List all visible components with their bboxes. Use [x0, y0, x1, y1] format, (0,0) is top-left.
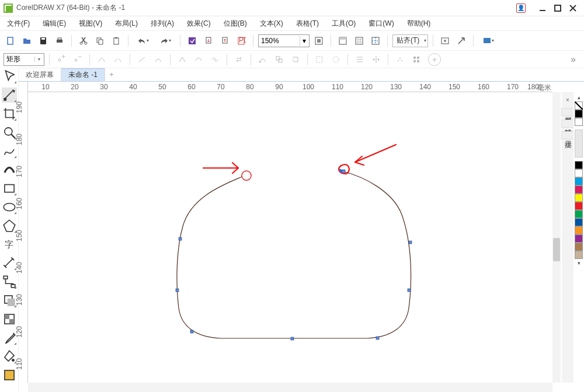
- swatch[interactable]: [575, 110, 583, 118]
- reduce-nodes-button[interactable]: +: [428, 53, 441, 66]
- swatch[interactable]: [575, 169, 583, 177]
- tab-document[interactable]: 未命名 -1: [61, 68, 105, 81]
- minimize-button[interactable]: [535, 1, 550, 16]
- horizontal-ruler[interactable]: 10 20 30 40 50 60 70 80 90 100 110 120 1…: [28, 82, 552, 92]
- delete-node-button[interactable]: −: [71, 52, 85, 66]
- swatch[interactable]: [575, 226, 583, 235]
- parallel-dim-tool[interactable]: [2, 256, 17, 271]
- curve-node[interactable]: [179, 237, 182, 240]
- to-curve-button[interactable]: [151, 52, 165, 66]
- curve-node[interactable]: [176, 289, 179, 292]
- snap-to-dropdown[interactable]: 贴齐(T) ▾: [392, 34, 428, 47]
- menu-window[interactable]: 窗口(W): [365, 18, 397, 30]
- symmetric-node-button[interactable]: [208, 52, 222, 66]
- swatch[interactable]: [575, 202, 583, 210]
- eyedropper-tool[interactable]: [2, 330, 17, 345]
- swatch[interactable]: [575, 210, 583, 218]
- fullscreen-preview-button[interactable]: [312, 34, 326, 48]
- swatch-none[interactable]: [575, 102, 583, 110]
- interactive-fill-tool[interactable]: [2, 349, 17, 364]
- artistic-media-tool[interactable]: [2, 162, 17, 177]
- connector-tool[interactable]: [2, 274, 17, 289]
- print-button[interactable]: [53, 34, 67, 48]
- pick-tool[interactable]: [2, 69, 17, 84]
- palette-scroll-down[interactable]: ▾: [578, 259, 580, 267]
- redo-button[interactable]: ▾: [155, 34, 175, 48]
- docker-hints[interactable]: 提示: [561, 131, 575, 139]
- undo-button[interactable]: ▾: [133, 34, 153, 48]
- zoom-level-combo[interactable]: 150% ▾: [258, 34, 310, 47]
- extend-curve-button[interactable]: [256, 52, 270, 66]
- shape-tool[interactable]: [2, 88, 17, 103]
- launch-button[interactable]: [454, 34, 468, 48]
- close-dockers-button[interactable]: ×: [565, 96, 571, 104]
- cusp-node-button[interactable]: [175, 52, 189, 66]
- open-button[interactable]: [20, 34, 34, 48]
- swatch[interactable]: [575, 177, 583, 186]
- menu-view[interactable]: 视图(V): [75, 18, 106, 30]
- swatch[interactable]: [575, 251, 583, 259]
- swatch[interactable]: [575, 235, 583, 243]
- crop-tool[interactable]: [2, 106, 17, 121]
- new-button[interactable]: [4, 34, 18, 48]
- menu-help[interactable]: 帮助(H): [404, 18, 434, 30]
- app-launcher-button[interactable]: ▾: [478, 34, 498, 48]
- drop-shadow-tool[interactable]: [2, 293, 17, 308]
- horizontal-scrollbar[interactable]: [28, 383, 552, 392]
- stretch-nodes-button[interactable]: [312, 52, 326, 66]
- join-nodes-button[interactable]: [95, 52, 109, 66]
- export-button[interactable]: [218, 34, 232, 48]
- extract-subpath-button[interactable]: [272, 52, 286, 66]
- docker-guidelines[interactable]: 辅助线: [561, 120, 575, 128]
- menu-table[interactable]: 表格(T): [293, 18, 322, 30]
- swatch[interactable]: [575, 218, 583, 226]
- search-content-button[interactable]: [185, 34, 199, 48]
- menu-tools[interactable]: 工具(O): [328, 18, 359, 30]
- tab-welcome[interactable]: 欢迎屏幕: [19, 68, 61, 81]
- curve-node[interactable]: [409, 241, 412, 244]
- copy-button[interactable]: [93, 34, 107, 48]
- break-node-button[interactable]: [111, 52, 125, 66]
- menu-effects[interactable]: 效果(C): [183, 18, 214, 30]
- show-guidelines-button[interactable]: [369, 34, 383, 48]
- menu-bitmap[interactable]: 位图(B): [220, 18, 251, 30]
- swatch[interactable]: [575, 161, 583, 169]
- to-line-button[interactable]: [135, 52, 149, 66]
- reflect-nodes-h-button[interactable]: [369, 52, 383, 66]
- align-nodes-button[interactable]: [353, 52, 367, 66]
- swatch[interactable]: [575, 118, 583, 126]
- elastic-mode-button[interactable]: [393, 52, 407, 66]
- curve-node[interactable]: [376, 337, 379, 340]
- smooth-node-button[interactable]: [192, 52, 206, 66]
- select-all-nodes-button[interactable]: [409, 52, 423, 66]
- reverse-direction-button[interactable]: [232, 52, 246, 66]
- show-rulers-button[interactable]: [336, 34, 350, 48]
- cut-button[interactable]: [77, 34, 91, 48]
- curve-object[interactable]: [177, 172, 411, 338]
- options-button[interactable]: [438, 34, 452, 48]
- menu-edit[interactable]: 编辑(E): [39, 18, 69, 30]
- save-button[interactable]: [36, 34, 50, 48]
- palette-scroll-up[interactable]: ▴: [578, 93, 580, 102]
- swatch[interactable]: [575, 243, 583, 251]
- ellipse-tool[interactable]: [2, 200, 17, 215]
- swatch[interactable]: [575, 186, 583, 194]
- user-account-icon[interactable]: 👤: [516, 4, 526, 13]
- add-tab-button[interactable]: +: [105, 68, 118, 81]
- palette-scroll-track[interactable]: [575, 130, 583, 158]
- menu-arrange[interactable]: 排列(A): [147, 18, 178, 30]
- add-node-button[interactable]: +: [54, 52, 68, 66]
- shape-preset-combo[interactable]: 矩形 ▾: [4, 53, 44, 66]
- menu-layout[interactable]: 布局(L): [112, 18, 141, 30]
- curve-node[interactable]: [291, 337, 294, 340]
- overflow-chevron-icon[interactable]: »: [566, 54, 580, 65]
- curve-node[interactable]: [408, 289, 411, 292]
- import-button[interactable]: [201, 34, 215, 48]
- vertical-scrollbar[interactable]: [552, 92, 561, 383]
- rectangle-tool[interactable]: [2, 181, 17, 196]
- docker-object-properties[interactable]: 对象属性: [561, 108, 575, 116]
- rotate-nodes-button[interactable]: [329, 52, 343, 66]
- zoom-tool[interactable]: [2, 125, 17, 140]
- polygon-tool[interactable]: [2, 218, 17, 233]
- smart-fill-tool[interactable]: [2, 368, 17, 383]
